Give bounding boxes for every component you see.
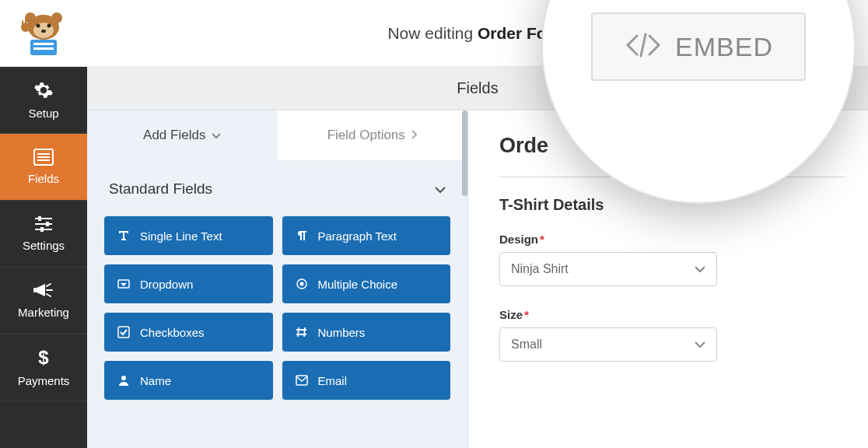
field-label: Numbers bbox=[318, 326, 366, 339]
field-label: Multiple Choice bbox=[318, 278, 398, 291]
mail-icon bbox=[295, 375, 309, 386]
sliders-icon bbox=[33, 215, 54, 233]
svg-rect-20 bbox=[40, 227, 44, 232]
left-tabs: Add Fields Field Options bbox=[87, 110, 467, 160]
subheader-label: Fields bbox=[457, 79, 498, 97]
gear-icon bbox=[33, 80, 54, 100]
svg-point-6 bbox=[41, 30, 46, 33]
field-label: Dropdown bbox=[140, 278, 193, 291]
code-icon bbox=[624, 31, 663, 62]
select-value: Small bbox=[511, 338, 542, 352]
sidebar-item-label: Payments bbox=[18, 374, 70, 387]
paragraph-icon bbox=[295, 229, 309, 242]
section-title: Standard Fields bbox=[109, 180, 212, 198]
field-numbers[interactable]: Numbers bbox=[282, 313, 451, 352]
embed-button[interactable]: EMBED bbox=[591, 12, 806, 81]
app-logo bbox=[0, 10, 87, 57]
field-dropdown[interactable]: Dropdown bbox=[104, 264, 273, 303]
chevron-down-icon bbox=[435, 180, 446, 198]
select-value: Ninja Shirt bbox=[511, 262, 569, 276]
sidebar-item-settings[interactable]: Settings bbox=[0, 201, 87, 268]
bear-logo-icon bbox=[16, 10, 71, 57]
svg-rect-9 bbox=[33, 47, 54, 50]
field-email[interactable]: Email bbox=[282, 361, 451, 400]
svg-rect-21 bbox=[33, 288, 36, 292]
field-multiple-choice[interactable]: Multiple Choice bbox=[282, 264, 451, 303]
svg-rect-8 bbox=[33, 43, 54, 45]
sidebar-nav: Setup Fields Settings Marketing $ Paymen… bbox=[0, 67, 87, 448]
design-select[interactable]: Ninja Shirt bbox=[499, 252, 717, 286]
field-grid: Single Line Text Paragraph Text Dropdown… bbox=[87, 205, 467, 423]
text-icon bbox=[117, 229, 131, 242]
list-icon bbox=[33, 149, 54, 166]
section-standard-fields[interactable]: Standard Fields bbox=[87, 160, 467, 205]
bullhorn-icon bbox=[33, 282, 54, 299]
field-checkboxes[interactable]: Checkboxes bbox=[104, 313, 273, 352]
embed-label: EMBED bbox=[675, 32, 773, 62]
svg-rect-28 bbox=[296, 376, 307, 385]
svg-rect-15 bbox=[35, 218, 52, 219]
svg-rect-26 bbox=[118, 327, 129, 338]
add-fields-panel: Add Fields Field Options Standard Fields bbox=[87, 110, 468, 448]
svg-point-5 bbox=[47, 23, 51, 27]
size-label: Size* bbox=[499, 308, 845, 321]
checkbox-icon bbox=[117, 326, 131, 338]
field-single-line-text[interactable]: Single Line Text bbox=[104, 216, 273, 255]
dollar-icon: $ bbox=[37, 348, 51, 368]
svg-rect-16 bbox=[35, 223, 52, 225]
field-label: Checkboxes bbox=[140, 326, 205, 339]
chevron-down-icon bbox=[212, 129, 221, 142]
sidebar-item-payments[interactable]: $ Payments bbox=[0, 334, 87, 401]
tab-field-options[interactable]: Field Options bbox=[278, 110, 468, 160]
chevron-down-icon bbox=[695, 262, 705, 276]
radio-icon bbox=[295, 278, 309, 290]
design-label: Design* bbox=[499, 233, 845, 246]
user-icon bbox=[117, 374, 131, 387]
sidebar-item-label: Fields bbox=[28, 172, 59, 185]
editing-prefix: Now editing bbox=[387, 24, 478, 42]
sidebar-item-fields[interactable]: Fields bbox=[0, 134, 87, 201]
svg-point-27 bbox=[121, 376, 126, 380]
tab-label: Field Options bbox=[327, 128, 405, 143]
sidebar-item-marketing[interactable]: Marketing bbox=[0, 268, 87, 334]
svg-point-4 bbox=[37, 23, 40, 27]
field-label: Paragraph Text bbox=[318, 229, 397, 243]
field-label: Email bbox=[318, 374, 348, 387]
size-select[interactable]: Small bbox=[499, 327, 717, 362]
svg-text:$: $ bbox=[38, 348, 49, 368]
chevron-right-icon bbox=[411, 129, 418, 142]
sidebar-item-label: Setup bbox=[28, 107, 58, 120]
sidebar-item-setup[interactable]: Setup bbox=[0, 67, 87, 134]
svg-rect-18 bbox=[38, 216, 41, 221]
scrollbar-thumb[interactable] bbox=[462, 110, 467, 196]
field-paragraph-text[interactable]: Paragraph Text bbox=[282, 216, 451, 255]
tab-label: Add Fields bbox=[143, 128, 205, 143]
field-label: Name bbox=[140, 374, 171, 387]
field-name[interactable]: Name bbox=[104, 361, 273, 400]
field-label: Single Line Text bbox=[140, 229, 222, 243]
sidebar-item-label: Marketing bbox=[18, 306, 69, 319]
tab-add-fields[interactable]: Add Fields bbox=[87, 110, 278, 160]
sidebar-item-label: Settings bbox=[23, 239, 65, 252]
dropdown-icon bbox=[117, 278, 131, 290]
svg-rect-19 bbox=[46, 222, 49, 226]
chevron-down-icon bbox=[695, 338, 705, 352]
required-mark: * bbox=[540, 233, 544, 246]
required-mark: * bbox=[524, 308, 529, 321]
hash-icon bbox=[295, 326, 309, 338]
svg-point-25 bbox=[299, 282, 303, 286]
